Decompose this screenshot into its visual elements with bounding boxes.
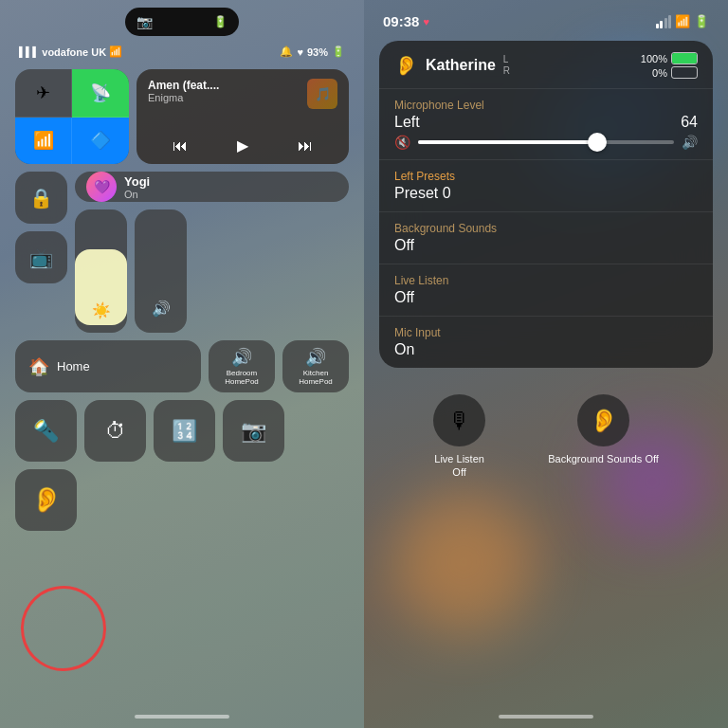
next-btn[interactable]: ⏭ — [298, 137, 313, 155]
wifi-status-icon: 📶 — [675, 14, 690, 28]
mic-level-label: Microphone Level — [394, 99, 698, 112]
bluetooth-btn[interactable]: 🔷 — [72, 118, 129, 165]
camera-btn[interactable]: 📷 — [223, 400, 284, 462]
volume-icon: 🔊 — [152, 300, 171, 318]
airplane-mode-btn[interactable]: ✈ — [15, 69, 72, 118]
brightness-icon: ☀️ — [92, 301, 111, 319]
mic-slider-track[interactable] — [418, 140, 674, 144]
signal-bar-4 — [668, 15, 671, 28]
lr-indicator: LR — [503, 54, 510, 77]
flashlight-icon: 🔦 — [33, 419, 59, 444]
carrier-info: ▌▌▌ vodafone UK 📶 — [19, 46, 122, 58]
timer-btn[interactable]: ⏱ — [84, 400, 146, 462]
orientation-lock-btn[interactable]: 🔒 — [15, 172, 67, 224]
heart-status-icon: ♥ — [423, 16, 429, 27]
dnd-icon: 🔔 — [280, 46, 293, 58]
network-panel: ✈ 📡 📶 🔷 — [15, 69, 129, 164]
row-network-music: ✈ 📡 📶 🔷 Amen (feat.... Enigma — [15, 69, 349, 164]
mic-slider-container[interactable]: 🔇 🔊 — [394, 135, 698, 150]
bedroom-homepod-btn[interactable]: 🔊 BedroomHomePod — [209, 340, 275, 392]
left-phone: 📷 🔋 ▌▌▌ vodafone UK 📶 🔔 ♥ 93% 🔋 ✈ 📡 — [0, 0, 364, 728]
brightness-slider[interactable]: ☀️ — [75, 209, 127, 333]
slider-min-icon: 🔇 — [394, 135, 410, 150]
bg-sounds-value: Off — [394, 237, 698, 254]
home-icon: 🏠 — [28, 356, 49, 377]
music-top: Amen (feat.... Enigma 🎵 — [148, 79, 337, 109]
battery-status-icon: 🔋 — [694, 14, 709, 28]
mic-input-label: Mic Input — [394, 326, 698, 339]
mic-input-value: On — [394, 341, 698, 358]
bg-sounds-action-label: Background Sounds Off — [548, 452, 659, 465]
time-heart: 09:38 ♥ — [383, 13, 429, 29]
live-listen-label: Live Listen — [394, 274, 698, 287]
annotation-circle — [14, 579, 113, 678]
status-right: 🔔 ♥ 93% 🔋 — [280, 46, 345, 58]
airplane-icon: ✈ — [36, 82, 50, 103]
bg-sounds-action-btn[interactable]: 👂 — [577, 394, 629, 446]
battery-right-row: 100% — [641, 52, 698, 64]
mic-input-row: Mic Input On — [379, 317, 713, 368]
carrier-name: vodafone UK — [42, 46, 106, 58]
hearing-header: 👂 Katherine LR 100% 0% — [379, 41, 713, 89]
bg-decoration-3 — [392, 491, 535, 633]
bg-sounds-label: Background Sounds — [394, 222, 698, 235]
battery-left-row: 0% — [652, 66, 698, 79]
flashlight-btn[interactable]: 🔦 — [15, 400, 77, 462]
device-name: Katherine — [426, 57, 496, 74]
play-btn[interactable]: ▶ — [237, 136, 248, 155]
clock: 09:38 — [383, 13, 419, 29]
home-label: Home — [57, 359, 90, 373]
airplay-icon: 📺 — [29, 246, 53, 269]
signal-bars — [656, 15, 672, 28]
slider-max-icon: 🔊 — [682, 135, 698, 150]
control-center: ✈ 📡 📶 🔷 Amen (feat.... Enigma — [0, 62, 364, 546]
hotspot-btn[interactable]: 📡 — [72, 69, 129, 118]
status-bar-right: 09:38 ♥ 📶 🔋 — [364, 0, 728, 33]
homepod-kitchen-icon: 🔊 — [305, 347, 326, 368]
row-home: 🏠 Home 🔊 BedroomHomePod 🔊 KitchenHomePod — [15, 340, 349, 392]
home-indicator-left — [135, 715, 229, 719]
di-camera-icon: 📷 — [136, 14, 153, 29]
hotspot-icon: 📡 — [90, 82, 111, 103]
homepod-bedroom-icon: 🔊 — [231, 347, 252, 368]
live-listen-value: Off — [394, 289, 698, 306]
hearing-settings-card: 👂 Katherine LR 100% 0% — [379, 41, 713, 368]
mic-side-row: Left 64 — [394, 114, 698, 131]
hearing-device-info: 👂 Katherine LR — [394, 54, 510, 77]
calculator-icon: 🔢 — [172, 419, 197, 444]
wifi-btn[interactable]: 📶 — [15, 118, 72, 165]
hearing-btn[interactable]: 👂 — [15, 469, 77, 531]
mic-numeric-value: 64 — [681, 114, 698, 131]
signal-bar-1 — [656, 24, 659, 28]
music-controls[interactable]: ⏮ ▶ ⏭ — [148, 136, 337, 155]
battery-icon: 🔋 — [332, 46, 345, 58]
yogi-shortcut-btn[interactable]: 💜 Yogi On — [75, 172, 349, 202]
music-title: Amen (feat.... — [148, 79, 219, 92]
mic-level-row: Microphone Level Left 64 🔇 🔊 — [379, 89, 713, 160]
signal-bar-2 — [660, 21, 663, 28]
yogi-text: Yogi On — [124, 174, 150, 200]
live-listen-action-btn[interactable]: 🎙 — [433, 394, 485, 446]
timer-icon: ⏱ — [105, 419, 126, 444]
volume-slider[interactable]: 🔊 — [135, 209, 187, 333]
mic-slider-fill — [418, 140, 597, 144]
kitchen-homepod-btn[interactable]: 🔊 KitchenHomePod — [282, 340, 349, 392]
prev-btn[interactable]: ⏮ — [173, 137, 188, 155]
hearing-battery: 100% 0% — [641, 52, 698, 79]
home-btn[interactable]: 🏠 Home — [15, 340, 201, 392]
volume-fill: 🔊 — [152, 209, 171, 325]
home-indicator-right — [499, 715, 593, 719]
calculator-btn[interactable]: 🔢 — [154, 400, 215, 462]
ear-btn-icon: 👂 — [31, 485, 62, 515]
mic-slider-thumb[interactable] — [588, 133, 607, 152]
left-presets-value: Preset 0 — [394, 185, 698, 202]
live-listen-action-icon: 🎙 — [448, 408, 471, 434]
di-battery-icon: 🔋 — [213, 15, 228, 28]
battery-right-pct: 100% — [641, 53, 667, 64]
music-panel: Amen (feat.... Enigma 🎵 ⏮ ▶ ⏭ — [136, 69, 349, 164]
airplay-btn[interactable]: 📺 — [15, 231, 67, 283]
left-presets-row: Left Presets Preset 0 — [379, 160, 713, 212]
bg-sounds-row: Background Sounds Off — [379, 212, 713, 264]
bg-sounds-action-icon: 👂 — [590, 408, 618, 434]
yogi-app-icon: 💜 — [86, 172, 117, 202]
